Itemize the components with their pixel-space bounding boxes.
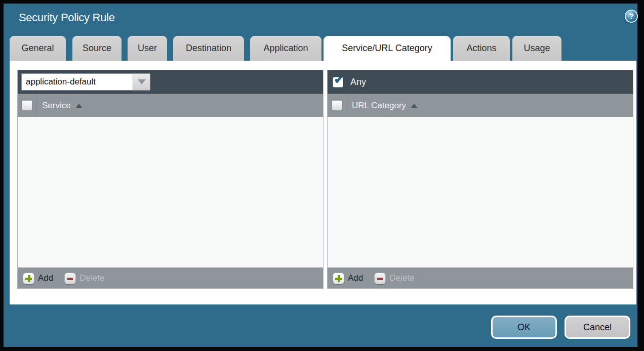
service-list (18, 117, 323, 268)
url-category-column-header-row: ✔ URL Category (328, 94, 633, 117)
url-category-panel: ✔ Any ✔ URL Category Add (327, 70, 633, 289)
sort-ascending-icon (411, 104, 418, 108)
service-type-dropdown-button[interactable] (133, 73, 150, 91)
service-add-button[interactable]: Add (23, 273, 53, 284)
service-column-label: Service (42, 101, 71, 111)
tab-actions[interactable]: Actions (453, 36, 510, 61)
any-label: Any (350, 77, 366, 87)
url-category-column-label: URL Category (352, 101, 406, 111)
help-icon[interactable]: ? (625, 10, 638, 23)
ok-button[interactable]: OK (491, 316, 557, 339)
service-add-label: Add (38, 273, 53, 283)
tab-application[interactable]: Application (250, 36, 321, 61)
service-panel-toolbar: application-default (18, 70, 323, 94)
url-category-add-label: Add (348, 273, 363, 283)
url-category-panel-toolbar: ✔ Any (328, 70, 633, 94)
tab-user[interactable]: User (128, 36, 167, 61)
service-panel: application-default ✔ Service (17, 70, 324, 289)
cancel-button[interactable]: Cancel (565, 316, 630, 339)
tab-service-url-category[interactable]: Service/URL Category (324, 36, 451, 62)
service-select-all-checkbox[interactable]: ✔ (22, 100, 32, 111)
url-category-column-header[interactable]: URL Category (346, 94, 418, 117)
tab-usage[interactable]: Usage (512, 36, 561, 61)
any-checkbox[interactable]: ✔ (333, 77, 343, 87)
sort-ascending-icon (75, 104, 83, 108)
dialog-window: Security Policy Rule ? General Source Us… (4, 4, 637, 347)
checkmark-icon: ✔ (334, 74, 343, 85)
service-type-dropdown[interactable]: application-default (21, 73, 150, 91)
url-category-delete-button[interactable]: Delete (374, 273, 414, 284)
service-column-header-row: ✔ Service (18, 94, 323, 117)
service-panel-footer: Add Delete (18, 268, 323, 288)
url-category-list (328, 117, 633, 268)
add-plus-icon (23, 273, 34, 284)
delete-minus-icon (64, 273, 76, 284)
url-category-panel-footer: Add Delete (328, 268, 633, 288)
url-category-delete-label: Delete (389, 273, 414, 283)
delete-minus-icon (374, 273, 386, 284)
url-category-add-button[interactable]: Add (333, 273, 363, 284)
url-category-select-all-checkbox[interactable]: ✔ (332, 100, 342, 111)
tab-content: application-default ✔ Service (10, 61, 636, 304)
chevron-down-icon (138, 79, 146, 84)
add-plus-icon (333, 273, 344, 284)
service-type-value[interactable]: application-default (21, 73, 133, 91)
tab-source[interactable]: Source (72, 36, 122, 61)
service-column-header[interactable]: Service (36, 94, 83, 117)
service-delete-label: Delete (79, 273, 104, 283)
service-delete-button[interactable]: Delete (64, 273, 104, 284)
tab-general[interactable]: General (10, 36, 66, 61)
dialog-title: Security Policy Rule (19, 11, 115, 24)
tab-destination[interactable]: Destination (173, 36, 244, 61)
